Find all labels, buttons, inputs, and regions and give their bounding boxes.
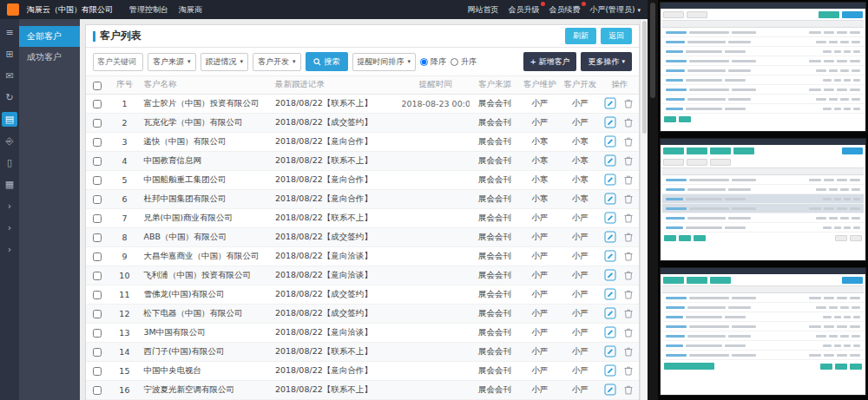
- row-checkbox[interactable]: [93, 386, 102, 395]
- delete-icon[interactable]: [622, 116, 635, 128]
- table-row[interactable]: 16 宁波夏光新空调有限公司 2018/08/22【联系不上】 展会会刊 小严 …: [86, 380, 639, 399]
- topbar-menu-console[interactable]: 管理控制台: [129, 4, 168, 16]
- row-checkbox[interactable]: [93, 195, 102, 204]
- more-actions-button[interactable]: 更多操作▾: [581, 52, 632, 71]
- row-checkbox[interactable]: [93, 176, 102, 185]
- refresh-icon[interactable]: ↻: [2, 90, 17, 105]
- header-remind-time[interactable]: 提醒时间: [401, 76, 470, 94]
- delete-icon[interactable]: [622, 231, 635, 243]
- edit-icon[interactable]: [604, 135, 616, 148]
- user-menu[interactable]: 小严(管理员) ▾: [590, 4, 641, 16]
- topbar-link-home[interactable]: 网站首页: [468, 4, 499, 16]
- source-select[interactable]: 客户来源▾: [148, 53, 196, 71]
- table-row[interactable]: 3 递快（中国）有限公司 2018/08/22【意向合作】 展会会刊 小寒 小寒: [86, 132, 639, 151]
- table-row[interactable]: 8 ABB（中国）有限公司 2018/08/22【成交签约】 展会会刊 小严 小…: [86, 227, 639, 246]
- follow-select[interactable]: 跟进情况▾: [201, 53, 249, 71]
- table-row[interactable]: 7 兄弟(中国)商业有限公司 2018/08/22【联系不上】 展会会刊 小严 …: [86, 208, 639, 227]
- header-index[interactable]: 序号: [108, 76, 140, 94]
- delete-icon[interactable]: [622, 212, 635, 224]
- refresh-button[interactable]: 刷新: [565, 28, 596, 44]
- row-checkbox[interactable]: [93, 138, 102, 147]
- table-row[interactable]: 12 松下电器（中国）有限公司 2018/08/22【成交签约】 展会会刊 小严…: [86, 304, 639, 323]
- row-checkbox[interactable]: [93, 100, 102, 108]
- row-checkbox[interactable]: [93, 348, 102, 357]
- edit-icon[interactable]: [604, 97, 616, 109]
- delete-icon[interactable]: [622, 193, 635, 205]
- delete-icon[interactable]: [622, 345, 635, 357]
- row-checkbox[interactable]: [93, 157, 102, 166]
- edit-icon[interactable]: [604, 364, 616, 377]
- delete-icon[interactable]: [622, 154, 635, 167]
- table-row[interactable]: 15 中国中央电视台 2018/08/22【意向合作】 展会会刊 小严 小严: [86, 361, 639, 380]
- row-checkbox[interactable]: [93, 291, 102, 299]
- modules-icon[interactable]: ⊞: [2, 47, 17, 62]
- sort-desc-radio-input[interactable]: [420, 58, 428, 66]
- delete-icon[interactable]: [622, 135, 635, 148]
- delete-icon[interactable]: [622, 97, 635, 109]
- table-row[interactable]: 6 杜邦中国集团有限公司 2018/08/22【意向合作】 展会会刊 小寒 小寒: [86, 189, 639, 208]
- edit-icon[interactable]: [604, 193, 616, 205]
- outer-scrollbar[interactable]: [648, 0, 658, 400]
- edit-icon[interactable]: [604, 345, 616, 357]
- row-checkbox[interactable]: [93, 119, 102, 128]
- add-customer-button[interactable]: +新增客户: [523, 52, 576, 71]
- edit-icon[interactable]: [604, 212, 616, 224]
- grid-icon[interactable]: ▦: [2, 177, 17, 192]
- edit-icon[interactable]: [604, 116, 616, 128]
- header-customer-keeper[interactable]: 客户维护: [520, 76, 560, 94]
- header-customer-name[interactable]: 客户名称: [141, 76, 272, 94]
- export-icon[interactable]: ⎆: [2, 134, 17, 148]
- table-row[interactable]: 10 飞利浦（中国）投资有限公司 2018/08/22【意向洽谈】 展会会刊 小…: [86, 266, 639, 285]
- edit-icon[interactable]: [604, 231, 616, 243]
- app-logo-icon[interactable]: [7, 3, 19, 16]
- edit-icon[interactable]: [604, 154, 616, 167]
- table-row[interactable]: 14 西门子(中国)有限公司 2018/08/22【联系不上】 展会会刊 小严 …: [86, 342, 639, 361]
- sort-asc-radio-input[interactable]: [450, 58, 458, 66]
- topbar-link-upgrade[interactable]: 会员升级: [509, 4, 540, 16]
- keyword-input[interactable]: [93, 53, 143, 71]
- edit-icon[interactable]: [604, 250, 616, 262]
- delete-icon[interactable]: [622, 288, 635, 300]
- develop-select[interactable]: 客户开发▾: [253, 53, 301, 71]
- topbar-link-renew[interactable]: 会员续费: [549, 4, 581, 16]
- delete-icon[interactable]: [622, 269, 635, 281]
- row-checkbox[interactable]: [93, 214, 102, 223]
- delete-icon[interactable]: [622, 174, 635, 186]
- page-scrollbar[interactable]: [640, 19, 648, 400]
- edit-icon[interactable]: [604, 307, 616, 319]
- customer-list-icon[interactable]: ▤: [2, 112, 17, 127]
- row-checkbox[interactable]: [93, 367, 102, 376]
- remind-sort-select[interactable]: 提醒时间排序▾: [352, 53, 417, 71]
- table-row[interactable]: 11 雪佛龙(中国)有限公司 2018/08/22【成交签约】 展会会刊 小严 …: [86, 285, 639, 304]
- menu-icon[interactable]: ≡: [2, 25, 17, 40]
- sort-desc-radio[interactable]: 降序: [420, 56, 446, 68]
- chevron-2-icon[interactable]: ›: [2, 220, 17, 235]
- table-row[interactable]: 9 大昌华嘉商业（中国）有限公司 2018/08/22【意向洽谈】 展会会刊 小…: [86, 246, 639, 266]
- header-customer-developer[interactable]: 客户开发: [560, 76, 600, 94]
- row-checkbox[interactable]: [93, 272, 102, 280]
- topbar-menu-taozhanshang[interactable]: 淘展商: [179, 4, 202, 16]
- row-checkbox[interactable]: [93, 310, 102, 318]
- delete-icon[interactable]: [622, 307, 635, 319]
- trash-icon[interactable]: ▯: [2, 155, 17, 170]
- row-checkbox[interactable]: [93, 252, 102, 261]
- delete-icon[interactable]: [622, 384, 635, 396]
- sidebar-item-all-customers[interactable]: 全部客户: [19, 26, 80, 47]
- delete-icon[interactable]: [622, 250, 635, 262]
- delete-icon[interactable]: [622, 364, 635, 377]
- sort-asc-radio[interactable]: 升序: [450, 56, 477, 68]
- table-row[interactable]: 1 富士胶片（中国）投资有限公司 2018/08/22【联系不上】 2018-0…: [86, 94, 639, 113]
- table-row[interactable]: 4 中国教育信息网 2018/08/22【联系不上】 展会会刊 小寒 小寒: [86, 151, 639, 170]
- outer-scrollbar-thumb[interactable]: [650, 3, 655, 98]
- search-button[interactable]: 搜索: [306, 52, 348, 71]
- row-checkbox[interactable]: [93, 233, 102, 242]
- header-followup-record[interactable]: 最新跟进记录: [272, 76, 401, 94]
- edit-icon[interactable]: [604, 288, 616, 300]
- edit-icon[interactable]: [604, 269, 616, 281]
- delete-icon[interactable]: [622, 326, 635, 338]
- edit-icon[interactable]: [604, 384, 616, 396]
- page-scrollbar-thumb[interactable]: [642, 21, 647, 134]
- message-icon[interactable]: ✉: [2, 69, 17, 83]
- table-row[interactable]: 5 中国船舶重工集团公司 2018/08/22【意向合作】 展会会刊 小寒 小寒: [86, 170, 639, 189]
- back-button[interactable]: 返回: [601, 28, 632, 44]
